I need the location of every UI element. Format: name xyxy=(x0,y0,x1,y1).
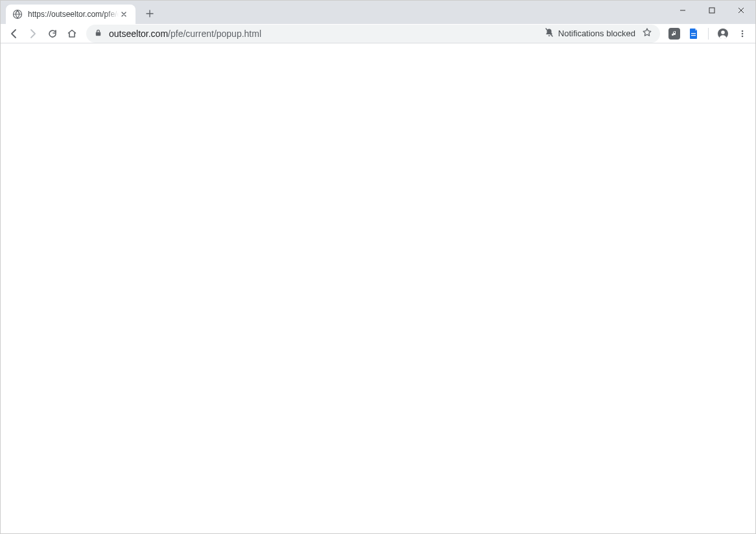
window-close-button[interactable] xyxy=(726,1,755,20)
svg-point-8 xyxy=(742,32,744,34)
minimize-button[interactable] xyxy=(668,1,697,20)
url-path: /pfe/current/popup.html xyxy=(168,29,261,39)
titlebar: https://outseeltor.com/pfe/current/popup… xyxy=(1,1,755,24)
toolbar: outseeltor.com/pfe/current/popup.html No… xyxy=(1,24,755,43)
lock-icon[interactable] xyxy=(94,29,102,39)
reload-button[interactable] xyxy=(43,25,62,43)
tab-close-button[interactable] xyxy=(119,9,129,19)
profile-button[interactable] xyxy=(715,26,731,41)
svg-point-9 xyxy=(742,35,744,37)
tab-strip: https://outseeltor.com/pfe/current/popup… xyxy=(1,1,159,24)
menu-button[interactable] xyxy=(735,26,750,41)
omnibox-actions: Notifications blocked xyxy=(544,27,652,40)
page-content xyxy=(1,43,755,533)
svg-point-7 xyxy=(742,30,744,32)
url-text: outseeltor.com/pfe/current/popup.html xyxy=(109,29,544,39)
forward-button[interactable] xyxy=(24,25,42,43)
window-controls xyxy=(668,1,755,20)
svg-rect-1 xyxy=(709,8,715,13)
browser-tab[interactable]: https://outseeltor.com/pfe/current/popup… xyxy=(6,5,136,24)
notifications-blocked-label: Notifications blocked xyxy=(558,29,635,38)
extension-icon-1[interactable] xyxy=(667,26,682,41)
globe-icon xyxy=(12,9,23,19)
toolbar-right xyxy=(667,26,751,41)
music-extension-icon xyxy=(668,28,680,40)
address-bar[interactable]: outseeltor.com/pfe/current/popup.html No… xyxy=(86,25,660,43)
toolbar-separator xyxy=(708,28,709,40)
tab-title: https://outseeltor.com/pfe/current/popup… xyxy=(28,10,119,19)
svg-rect-2 xyxy=(96,32,100,36)
svg-rect-3 xyxy=(691,33,696,34)
new-tab-button[interactable] xyxy=(141,5,159,23)
svg-rect-4 xyxy=(691,35,696,36)
maximize-button[interactable] xyxy=(697,1,726,20)
extension-icon-2[interactable] xyxy=(686,26,702,41)
document-extension-icon xyxy=(689,28,699,40)
back-button[interactable] xyxy=(5,25,23,43)
home-button[interactable] xyxy=(63,25,81,43)
notifications-blocked-indicator[interactable]: Notifications blocked xyxy=(544,27,635,40)
svg-point-6 xyxy=(721,30,725,34)
notification-off-icon xyxy=(544,27,554,40)
bookmark-star-button[interactable] xyxy=(642,27,652,40)
url-domain: outseeltor.com xyxy=(109,29,168,39)
